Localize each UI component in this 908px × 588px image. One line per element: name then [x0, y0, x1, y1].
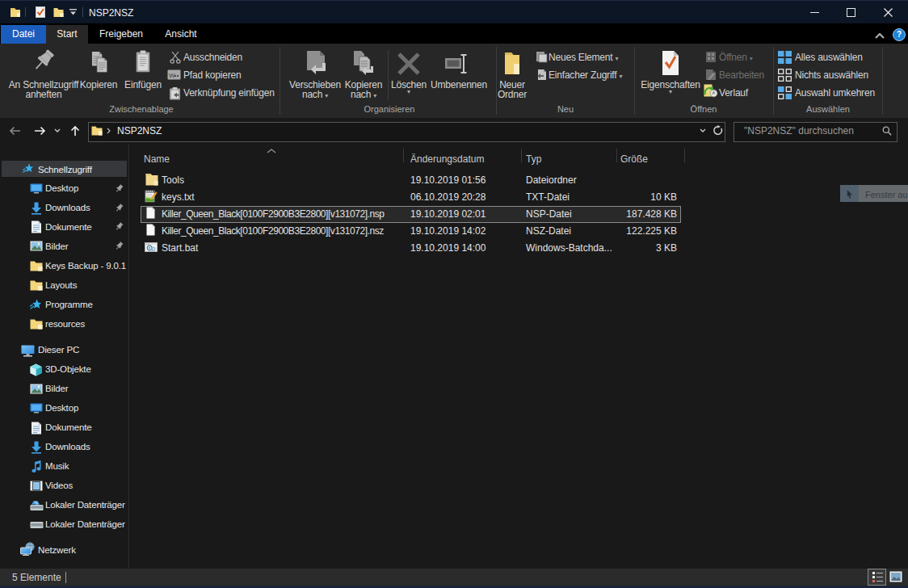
svg-text:W: W [169, 72, 175, 79]
